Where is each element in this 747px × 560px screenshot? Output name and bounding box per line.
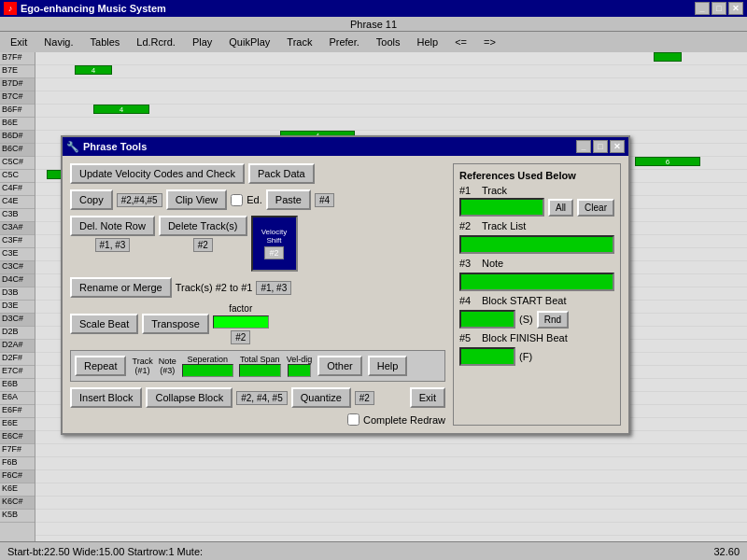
separation-input[interactable]: 0.0000 bbox=[182, 364, 233, 377]
note-b6d: B6D# bbox=[0, 131, 35, 144]
dialog-title-icon: 🔧 bbox=[66, 141, 79, 153]
note-ref-row: #3 Note bbox=[459, 258, 614, 269]
clear-button[interactable]: Clear bbox=[577, 199, 614, 217]
note-f7f: F7F# bbox=[0, 444, 35, 457]
vel-dig-label: Vel-dig bbox=[287, 355, 313, 364]
rnd-button[interactable]: Rnd bbox=[537, 311, 569, 329]
factor-label: factor bbox=[229, 303, 252, 314]
note-f6b: F6B bbox=[0, 457, 35, 470]
menu-track[interactable]: Track bbox=[278, 34, 320, 50]
vel-dig-input[interactable]: 6 bbox=[288, 364, 311, 377]
ref1-number: #1 bbox=[459, 185, 478, 196]
ref5-number: #5 bbox=[459, 332, 478, 343]
note-c3b: C3B bbox=[0, 209, 35, 222]
block-start-label: Block START Beat bbox=[482, 295, 566, 306]
dialog-close[interactable]: ✕ bbox=[610, 140, 625, 153]
menu-help[interactable]: Help bbox=[409, 34, 447, 50]
dialog-left-panel: Update Velocity Codes and Check Pack Dat… bbox=[70, 163, 445, 426]
menu-play[interactable]: Play bbox=[184, 34, 220, 50]
note-bar-3: 4 bbox=[93, 105, 149, 114]
note-e6a: E6A bbox=[0, 392, 35, 405]
factor-input[interactable]: 1.0000 bbox=[213, 315, 269, 329]
menu-tools[interactable]: Tools bbox=[368, 34, 409, 50]
phrase-bar: Phrase 11 bbox=[0, 17, 747, 32]
note-c3a: C3A# bbox=[0, 222, 35, 235]
complete-redraw-checkbox[interactable] bbox=[347, 413, 359, 426]
note-b6e: B6E bbox=[0, 118, 35, 131]
note-bar-1: 4 bbox=[75, 65, 112, 75]
paste-button[interactable]: Paste bbox=[266, 189, 311, 210]
help-button[interactable]: Help bbox=[368, 356, 408, 376]
block-start-row: #4 Block START Beat bbox=[459, 295, 614, 306]
ref5-input[interactable]: 20.000 bbox=[459, 347, 515, 366]
scale-beat-button[interactable]: Scale Beat bbox=[70, 314, 138, 334]
note-b7f: B7F# bbox=[0, 52, 35, 65]
complete-redraw-label: Complete Redraw bbox=[363, 414, 445, 426]
row-blocks: Insert Block Collapse Block #2, #4, #5 Q… bbox=[70, 387, 445, 408]
row-scale: Scale Beat Transpose factor 1.0000 #2 bbox=[70, 303, 445, 344]
quantize-button[interactable]: Quantize bbox=[291, 387, 351, 408]
factor-badge: #2 bbox=[231, 330, 250, 344]
ref2-input[interactable]: EFR bbox=[459, 235, 614, 254]
note-e6b: E6B bbox=[0, 379, 35, 392]
note-c4f: C4F# bbox=[0, 183, 35, 196]
clip-view-button[interactable]: Clip View bbox=[166, 189, 228, 210]
close-button[interactable]: ✕ bbox=[728, 2, 743, 15]
ref4-input[interactable]: 0.000 bbox=[459, 310, 515, 329]
transpose-button[interactable]: Transpose bbox=[142, 314, 209, 334]
row-delete: Del. Note Row #1, #3 Delete Track(s) #2 … bbox=[70, 216, 445, 272]
block-finish-row: #5 Block FINISH Beat bbox=[459, 332, 614, 343]
collapse-block-button[interactable]: Collapse Block bbox=[146, 387, 233, 408]
row-copy: Copy #2,#4,#5 Clip View Ed. Paste #4 bbox=[70, 189, 445, 210]
note-labels: B7F# B7E B7D# B7C# B6F# B6E B6D# B6C# C5… bbox=[0, 52, 35, 541]
velocity-shift-label: Velocity bbox=[261, 228, 288, 236]
minimize-button[interactable]: _ bbox=[695, 2, 710, 15]
other-button[interactable]: Other bbox=[317, 356, 362, 376]
dialog-maximize[interactable]: □ bbox=[593, 140, 608, 153]
note-d4c: D4C# bbox=[0, 274, 35, 287]
update-velocity-button[interactable]: Update Velocity Codes and Check bbox=[70, 163, 245, 184]
copy-button[interactable]: Copy bbox=[70, 189, 113, 210]
repeat-button[interactable]: Repeat bbox=[75, 356, 126, 376]
track-list-row: #2 Track List bbox=[459, 220, 614, 231]
menu-prefer[interactable]: Prefer. bbox=[320, 34, 367, 50]
note-c3f: C3F# bbox=[0, 235, 35, 248]
menu-tables[interactable]: Tables bbox=[82, 34, 129, 50]
exit-button[interactable]: Exit bbox=[410, 387, 445, 408]
velocity-shift-box: Velocity Shift #2 bbox=[251, 216, 298, 272]
menu-quikplay[interactable]: QuikPlay bbox=[220, 34, 278, 50]
menu-exit[interactable]: Exit bbox=[2, 34, 35, 50]
note-k6e: K6E bbox=[0, 483, 35, 497]
all-button[interactable]: All bbox=[548, 199, 573, 217]
note-b6c: B6C# bbox=[0, 144, 35, 157]
menu-back[interactable]: <= bbox=[446, 34, 475, 50]
menu-navig[interactable]: Navig. bbox=[35, 34, 81, 50]
rename-merge-button[interactable]: Rename or Merge bbox=[70, 277, 172, 298]
note-k6cs: K6C# bbox=[0, 497, 35, 510]
total-span-input[interactable]: 0.000 bbox=[239, 364, 281, 377]
status-text: Start-bt:22.50 Wide:15.00 Startrow:1 Mut… bbox=[7, 546, 203, 557]
paste-badge: #4 bbox=[315, 193, 334, 207]
ref3-input[interactable]: 5C bbox=[459, 273, 614, 291]
status-value: 32.60 bbox=[713, 546, 740, 557]
dialog-minimize[interactable]: _ bbox=[576, 140, 591, 153]
maximize-button[interactable]: □ bbox=[712, 2, 726, 15]
delete-tracks-button[interactable]: Delete Track(s) bbox=[159, 216, 247, 236]
del-note-row-button[interactable]: Del. Note Row bbox=[70, 216, 155, 236]
track-badge: (#1) bbox=[135, 366, 150, 375]
insert-block-button[interactable]: Insert Block bbox=[70, 387, 142, 408]
pack-data-button[interactable]: Pack Data bbox=[248, 163, 315, 184]
dialog-title-label: Phrase Tools bbox=[83, 141, 147, 152]
note-c4e: C4E bbox=[0, 196, 35, 209]
row-complete-redraw: Complete Redraw bbox=[70, 413, 445, 426]
references-title: References Used Below bbox=[459, 170, 614, 181]
note-e6cs: E6C# bbox=[0, 431, 35, 444]
ed-checkbox[interactable] bbox=[231, 194, 243, 206]
app-title: Ego-enhancing Music System bbox=[21, 3, 166, 14]
ref5-input-row: 20.000 (F) bbox=[459, 347, 614, 366]
menu-forward[interactable]: => bbox=[475, 34, 504, 50]
dialog-title-bar: 🔧 Phrase Tools _ □ ✕ bbox=[63, 137, 628, 156]
ref1-input[interactable]: E bbox=[459, 198, 544, 217]
menu-ldrcrd[interactable]: Ld.Rcrd. bbox=[128, 34, 184, 50]
note-b6f: B6F# bbox=[0, 105, 35, 118]
